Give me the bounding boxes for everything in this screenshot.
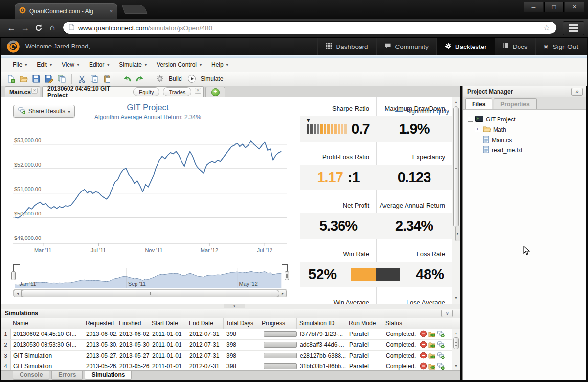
- refresh-button[interactable]: [32, 22, 45, 34]
- main-vertical-scrollbar[interactable]: [452, 97, 460, 304]
- redo-icon[interactable]: [135, 74, 145, 84]
- save-as-icon[interactable]: [44, 74, 54, 84]
- paste-icon[interactable]: [102, 74, 112, 84]
- tab-console[interactable]: Console: [13, 371, 49, 380]
- col-status[interactable]: Status: [383, 318, 417, 329]
- tree-item-read-me[interactable]: read_me.txt: [468, 145, 586, 155]
- cut-icon[interactable]: [77, 74, 87, 84]
- build-gear-icon[interactable]: [155, 74, 165, 84]
- simulations-scrollbar[interactable]: [452, 329, 460, 370]
- save-icon[interactable]: [31, 74, 41, 84]
- horizontal-splitter[interactable]: [1, 304, 460, 309]
- tab-main-cs[interactable]: Main.cs: [5, 86, 40, 97]
- open-simulation-icon[interactable]: [428, 362, 436, 371]
- scroll-up-icon[interactable]: [452, 330, 460, 337]
- table-row[interactable]: 3 GIT Simulation 2013-05-27... 2013-05-2…: [1, 351, 460, 361]
- menu-edit[interactable]: Edit: [32, 61, 57, 68]
- navigator-handle-right[interactable]: [285, 271, 289, 280]
- col-requested[interactable]: Requested: [83, 318, 116, 329]
- minimize-button[interactable]: [524, 2, 543, 12]
- build-button[interactable]: Build: [169, 75, 182, 82]
- simulate-play-icon[interactable]: [187, 74, 197, 84]
- col-end-date[interactable]: End Date: [186, 318, 224, 329]
- navigator-handle-left[interactable]: [11, 271, 16, 280]
- close-button[interactable]: [565, 2, 584, 12]
- bookmark-star-icon[interactable]: [543, 23, 550, 32]
- chart-horizontal-scrollbar[interactable]: [13, 289, 287, 297]
- nav-item-dashboard[interactable]: Dashboard: [317, 38, 376, 55]
- sidebar-collapse-handle[interactable]: [455, 226, 460, 241]
- tab-properties[interactable]: Properties: [494, 98, 536, 109]
- home-button[interactable]: [46, 22, 59, 34]
- new-file-icon[interactable]: [6, 74, 16, 84]
- splitter-collapse-handle[interactable]: [224, 304, 245, 308]
- open-simulation-icon[interactable]: [428, 352, 436, 360]
- equity-button[interactable]: Equity: [133, 87, 160, 96]
- nav-item-community[interactable]: Community: [376, 38, 436, 55]
- new-tab-button[interactable]: [122, 5, 148, 14]
- delete-icon[interactable]: [420, 341, 427, 350]
- close-icon[interactable]: [195, 88, 201, 94]
- col-finished[interactable]: Finished: [116, 318, 149, 329]
- menu-editor[interactable]: Editor: [84, 61, 114, 68]
- menu-version-control[interactable]: Version Control: [152, 61, 206, 68]
- tree-item-math[interactable]: Math: [468, 124, 586, 135]
- tab-errors[interactable]: Errors: [51, 371, 83, 380]
- tree-item-main-cs[interactable]: Main.cs: [468, 135, 586, 145]
- browser-tab[interactable]: QuantConnect.com - Alg: [15, 3, 117, 19]
- share-simulation-icon[interactable]: [437, 341, 445, 350]
- col-total-days[interactable]: Total Days: [224, 318, 259, 329]
- expand-node-icon[interactable]: [475, 127, 480, 132]
- share-simulation-icon[interactable]: [437, 362, 445, 371]
- delete-icon[interactable]: [420, 330, 427, 339]
- tab-backtest-result[interactable]: 20130602 04:45:10 GIT Project Equity Tra…: [42, 86, 204, 97]
- delete-icon[interactable]: [420, 362, 427, 371]
- nav-item-backtester[interactable]: Backtester: [436, 38, 495, 55]
- collapse-node-icon[interactable]: [468, 117, 473, 122]
- scroll-left-icon[interactable]: [14, 290, 22, 297]
- tab-files[interactable]: Files: [465, 98, 492, 109]
- menu-help[interactable]: Help: [206, 61, 233, 68]
- forward-button[interactable]: [19, 22, 31, 34]
- open-simulation-icon[interactable]: [428, 341, 436, 350]
- scroll-down-icon[interactable]: [452, 294, 460, 302]
- menu-view[interactable]: View: [57, 61, 84, 68]
- browser-menu-button[interactable]: [563, 21, 584, 35]
- undo-icon[interactable]: [122, 74, 132, 84]
- nav-item-docs[interactable]: Docs: [495, 38, 536, 55]
- delete-icon[interactable]: [420, 352, 427, 360]
- scroll-down-icon[interactable]: [452, 362, 460, 370]
- table-row[interactable]: 2 20130530 08:53:30 GI... 2013-05-30... …: [1, 340, 460, 351]
- duplicate-icon[interactable]: [57, 74, 67, 84]
- tab-close-icon[interactable]: [109, 9, 113, 14]
- trades-button[interactable]: Trades: [163, 87, 191, 96]
- back-button[interactable]: [5, 22, 18, 34]
- col-progress[interactable]: Progress: [259, 318, 297, 329]
- copy-icon[interactable]: [90, 74, 99, 84]
- scrollbar-thumb[interactable]: [453, 106, 459, 228]
- share-simulation-icon[interactable]: [437, 330, 445, 339]
- menu-simulate[interactable]: Simulate: [114, 61, 152, 68]
- maximize-button[interactable]: [544, 2, 564, 12]
- scroll-right-icon[interactable]: [279, 290, 287, 297]
- col-run-mode[interactable]: Run Mode: [346, 318, 383, 329]
- col-name[interactable]: Name: [10, 318, 83, 329]
- scrollbar-thumb[interactable]: [21, 290, 279, 297]
- menu-file[interactable]: File: [8, 61, 32, 68]
- tab-simulations[interactable]: Simulations: [85, 371, 132, 380]
- col-start-date[interactable]: Start Date: [149, 318, 186, 329]
- share-simulation-icon[interactable]: [437, 352, 445, 360]
- col-simulation-id[interactable]: Simulation ID: [297, 318, 346, 329]
- collapse-sidebar-button[interactable]: [571, 88, 583, 96]
- collapse-panel-button[interactable]: [441, 310, 453, 317]
- close-icon[interactable]: [31, 88, 38, 94]
- scroll-up-icon[interactable]: [452, 98, 460, 106]
- nav-item-sign-out[interactable]: Sign Out: [535, 38, 586, 55]
- scrollbar-thumb[interactable]: [453, 337, 459, 349]
- add-tab-button[interactable]: [211, 88, 220, 96]
- simulate-button[interactable]: Simulate: [201, 75, 224, 82]
- tree-item-git-project[interactable]: GIT Project: [468, 114, 586, 124]
- table-row[interactable]: 1 20130602 04:45:10 GI... 2013-06-02... …: [1, 329, 460, 340]
- url-bar[interactable]: www.quantconnect.com/simulator/jsOpen/48…: [63, 21, 557, 34]
- open-simulation-icon[interactable]: [428, 330, 436, 339]
